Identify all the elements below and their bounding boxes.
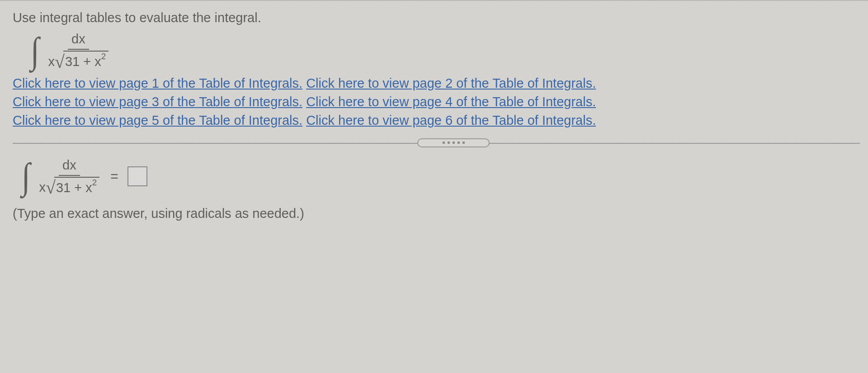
link-table-page-6[interactable]: Click here to view page 6 of the Table o…	[306, 113, 596, 127]
denominator-prefix: x	[48, 53, 55, 71]
square-root: √ 31 + x2	[46, 177, 99, 197]
integral-answer-row: ∫ dx x √ 31 + x2 =	[21, 156, 860, 197]
reference-links: Click here to view page 1 of the Table o…	[13, 74, 860, 130]
link-table-page-2[interactable]: Click here to view page 2 of the Table o…	[306, 76, 596, 90]
radicand-base: 31 + x	[56, 180, 92, 194]
dot-icon	[462, 142, 465, 144]
dot-icon	[448, 142, 450, 144]
equals-sign: =	[110, 167, 118, 186]
dot-icon	[453, 142, 455, 144]
integral-sign-icon: ∫	[22, 161, 30, 192]
integral-expression-top: ∫ dx x √ 31 + x2	[30, 30, 860, 71]
exponent: 2	[92, 178, 97, 187]
link-table-page-1[interactable]: Click here to view page 1 of the Table o…	[13, 76, 302, 90]
fraction-denominator: x √ 31 + x2	[46, 50, 110, 71]
answer-input[interactable]	[127, 166, 147, 186]
link-table-page-3[interactable]: Click here to view page 3 of the Table o…	[13, 94, 302, 109]
denominator-prefix: x	[39, 179, 46, 196]
exponent: 2	[101, 52, 106, 61]
dot-icon	[443, 142, 445, 144]
fraction-denominator: x √ 31 + x2	[37, 176, 101, 197]
radicand-base: 31 + x	[65, 54, 101, 69]
dot-icon	[458, 142, 460, 144]
answer-hint: (Type an exact answer, using radicals as…	[13, 205, 860, 222]
integral-sign-icon: ∫	[31, 35, 39, 66]
radicand: 31 + x2	[54, 177, 99, 197]
expand-handle[interactable]	[417, 138, 490, 147]
square-root: √ 31 + x2	[55, 51, 108, 71]
problem-prompt: Use integral tables to evaluate the inte…	[13, 9, 860, 27]
fraction: dx x √ 31 + x2	[46, 30, 110, 71]
section-divider	[13, 138, 860, 147]
link-table-page-5[interactable]: Click here to view page 5 of the Table o…	[13, 113, 302, 127]
link-table-page-4[interactable]: Click here to view page 4 of the Table o…	[306, 94, 596, 109]
fraction-numerator: dx	[59, 156, 80, 176]
radicand: 31 + x2	[63, 51, 108, 71]
fraction-numerator: dx	[68, 30, 89, 50]
fraction: dx x √ 31 + x2	[37, 156, 101, 197]
